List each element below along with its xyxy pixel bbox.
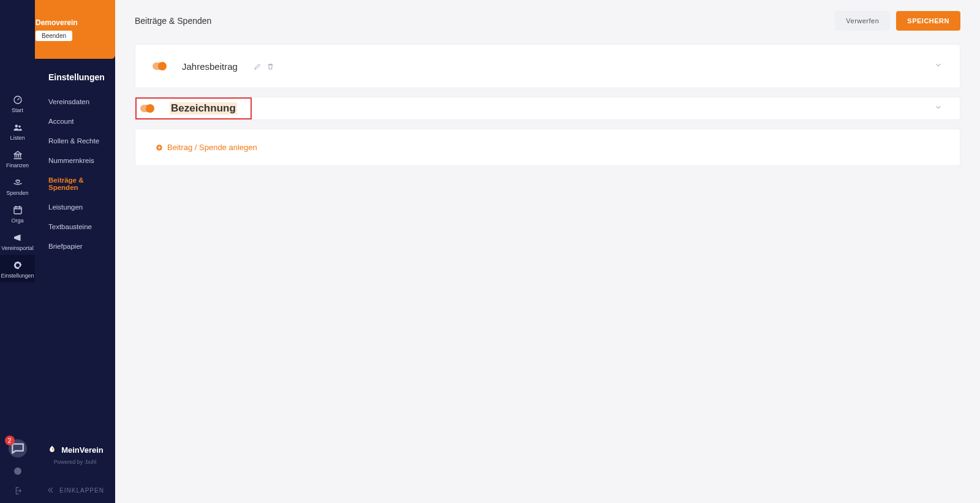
plus-circle-icon [155,143,164,152]
brand: MeinVerein [47,444,104,455]
rail-item-spenden[interactable]: Spenden [0,172,35,200]
megaphone-icon [12,232,23,243]
chevrons-left-icon [46,486,55,494]
brand-icon [47,444,58,455]
brand-label: MeinVerein [61,445,104,455]
trash-icon[interactable] [266,62,274,70]
dashboard-icon [12,94,23,105]
toggle-jahresbeitrag[interactable] [153,62,166,70]
submenu-item-nummernkreis[interactable]: Nummernkreis [48,151,103,170]
rail-label: Start [12,107,23,113]
submenu-item-rollen[interactable]: Rollen & Rechte [48,131,103,151]
chat-badge-count: 2 [5,436,15,445]
submenu-item-vereinsdaten[interactable]: Vereinsdaten [48,92,103,112]
collapse-button[interactable]: EINKLAPPEN [46,486,104,494]
rail-item-einstellungen[interactable]: Einstellungen [0,255,35,282]
contribution-title: Jahresbeitrag [182,61,238,72]
chat-button[interactable]: 2 [9,439,27,458]
main: Beiträge & Spenden Verwerfen SPEICHERN J… [115,0,980,503]
submenu-item-textbausteine[interactable]: Textbausteine [48,217,103,236]
rail-item-listen[interactable]: Listen [0,117,35,145]
chevron-down-icon [934,61,943,69]
submenu-title: Einstellungen [48,72,103,82]
icon-rail: Start Listen Finanzen Spenden Orga Verei… [0,0,35,503]
logout-button[interactable] [13,486,23,497]
rail-item-vereinsportal[interactable]: Vereinsportal [0,227,35,255]
pencil-icon[interactable] [254,62,262,70]
topbar: Beiträge & Spenden Verwerfen SPEICHERN [115,0,980,37]
logout-icon [13,486,23,496]
save-button[interactable]: SPEICHERN [896,11,960,31]
rail-label: Spenden [6,190,28,196]
svg-point-1 [15,125,18,128]
contribution-card-bezeichnung: Bezeichnung [135,97,960,120]
toggle-bezeichnung[interactable] [140,105,154,112]
expand-button[interactable] [934,61,943,72]
rail-label: Einstellungen [1,273,34,279]
contribution-card-jahresbeitrag: Jahresbeitrag [135,44,960,88]
chevron-down-icon [934,103,943,112]
expand-button[interactable] [934,103,943,114]
rail-label: Finanzen [6,162,29,168]
highlighted-area: Bezeichnung [135,97,252,119]
org-name: Demoverein [36,18,78,27]
page-title: Beiträge & Spenden [135,16,211,26]
discard-button[interactable]: Verwerfen [835,11,890,31]
help-button[interactable] [13,466,23,477]
info-icon [13,466,23,476]
add-contribution-card: Beitrag / Spende anlegen [135,129,960,166]
collapse-label: EINKLAPPEN [59,487,104,494]
add-contribution-button[interactable]: Beitrag / Spende anlegen [153,143,943,152]
exit-button[interactable]: Beenden [36,31,72,41]
svg-rect-3 [14,207,21,214]
submenu-item-account[interactable]: Account [48,112,103,131]
submenu-item-beitraege[interactable]: Beiträge & Spenden [48,170,103,197]
powered-by: Powered by :buhl [54,459,97,465]
heart-hands-icon [12,177,23,188]
gear-icon [12,260,23,271]
submenu-item-leistungen[interactable]: Leistungen [48,197,103,217]
rail-label: Listen [10,135,24,141]
contribution-title-editable[interactable]: Bezeichnung [170,102,237,115]
svg-point-2 [18,126,21,128]
bank-icon [12,149,23,161]
submenu: Demoverein Beenden Einstellungen Vereins… [35,0,115,503]
svg-point-4 [14,467,21,475]
people-icon [12,122,23,133]
rail-item-finanzen[interactable]: Finanzen [0,145,35,172]
rail-label: Vereinsportal [1,245,34,251]
rail-label: Orga [11,217,23,224]
submenu-item-briefpapier[interactable]: Briefpapier [48,236,103,256]
rail-item-start[interactable]: Start [0,89,35,117]
add-contribution-label: Beitrag / Spende anlegen [167,143,257,152]
calendar-icon [12,205,23,216]
rail-item-orga[interactable]: Orga [0,200,35,227]
